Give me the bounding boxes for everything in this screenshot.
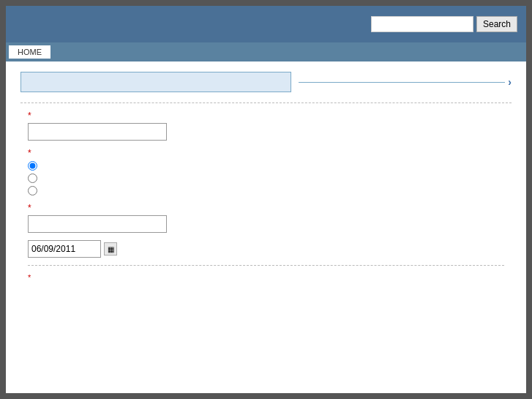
radio-required-star: * (28, 148, 31, 158)
radio-input-0[interactable] (28, 161, 37, 171)
nav-item-secondary[interactable] (50, 50, 68, 54)
outer-frame: Search HOME › (0, 0, 532, 399)
bottom-label: * (28, 273, 504, 282)
radio-item-0 (28, 161, 504, 171)
search-input[interactable] (371, 16, 473, 32)
radio-input-2[interactable] (28, 186, 37, 195)
radio-group: * (28, 148, 504, 195)
top-divider (20, 102, 512, 103)
link-area: › (299, 76, 512, 88)
search-button[interactable]: Search (476, 16, 517, 32)
field1-label: * (28, 111, 504, 121)
calendar-icon[interactable]: ▦ (104, 242, 117, 256)
field1-input[interactable] (28, 123, 167, 141)
title-input[interactable] (20, 72, 291, 92)
main-window: Search HOME › (6, 6, 526, 393)
field1-required-star: * (28, 111, 31, 121)
search-bar: Search (371, 16, 517, 32)
field3-input[interactable] (28, 215, 167, 233)
link-line (299, 82, 505, 83)
radio-group-label: * (28, 148, 504, 158)
link-arrow-icon: › (508, 76, 512, 88)
radio-input-1[interactable] (28, 174, 37, 183)
date-input[interactable] (28, 240, 101, 258)
bottom-divider (28, 265, 504, 266)
radio-item-2 (28, 186, 504, 195)
radio-item-1 (28, 174, 504, 183)
field3-required-star: * (28, 203, 31, 213)
form-section: * * (20, 111, 512, 282)
navbar: HOME (6, 42, 526, 61)
field1-row: * (28, 111, 504, 141)
content-area: › * * (6, 61, 526, 393)
nav-item-home[interactable]: HOME (9, 45, 50, 59)
title-row: › (20, 69, 512, 95)
field3-row: * (28, 203, 504, 233)
date-row: ▦ (28, 240, 504, 258)
bottom-required-star: * (28, 273, 31, 282)
header-bar: Search (6, 6, 526, 42)
field3-label: * (28, 203, 504, 213)
